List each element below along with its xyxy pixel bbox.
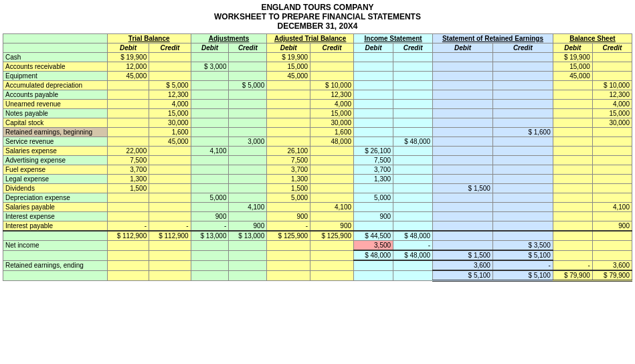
table-cell: 26,100 <box>267 147 310 156</box>
table-cell: Service revenue <box>3 137 108 147</box>
net-income-cell <box>149 241 191 251</box>
table-cell <box>433 90 493 100</box>
table-cell: 900 <box>592 221 632 232</box>
table-cell: 12,300 <box>149 90 191 100</box>
empty-dc <box>3 43 108 53</box>
table-cell <box>354 90 393 100</box>
table-cell <box>592 128 632 137</box>
table-cell <box>492 221 553 232</box>
table-cell <box>553 90 592 100</box>
net-income-cell: 3,500 <box>354 241 393 251</box>
table-cell: 3,700 <box>267 165 310 175</box>
title-line3: DECEMBER 31, 20X4 <box>3 21 632 31</box>
subtotal-cell <box>229 250 267 260</box>
main-table: Trial Balance Adjustments Adjusted Trial… <box>3 33 632 282</box>
table-cell <box>229 72 267 81</box>
table-cell: 900 <box>267 212 310 221</box>
atb-credit: Credit <box>310 43 354 53</box>
table-cell <box>553 147 592 156</box>
table-cell <box>310 165 354 175</box>
subtotal-cell: $ 48,000 <box>393 250 433 260</box>
table-cell <box>310 62 354 72</box>
table-cell <box>393 118 433 128</box>
table-cell: 1,300 <box>107 175 149 184</box>
table-cell: Interest payable <box>3 221 108 232</box>
table-cell <box>107 193 149 203</box>
final-totals-cell <box>393 270 433 281</box>
table-cell <box>267 90 310 100</box>
table-cell <box>553 100 592 109</box>
net-income-row: Net income3,500-$ 3,500 <box>3 241 632 251</box>
table-row: Service revenue45,0003,00048,000$ 48,000 <box>3 137 632 147</box>
final-totals-cell <box>229 270 267 281</box>
table-cell <box>191 53 229 62</box>
final-totals-cell <box>191 270 229 281</box>
table-cell: 12,300 <box>592 90 632 100</box>
net-income-cell <box>229 241 267 251</box>
table-cell: Retained earnings, beginning <box>3 128 108 137</box>
table-cell <box>354 137 393 147</box>
table-cell: 45,000 <box>553 72 592 81</box>
totals-cell <box>3 231 108 241</box>
table-cell <box>492 165 553 175</box>
table-cell: Notes payable <box>3 109 108 118</box>
table-cell: 1,600 <box>310 128 354 137</box>
table-cell: 1,600 <box>149 128 191 137</box>
final-totals-cell <box>267 270 310 281</box>
table-cell: $ 5,000 <box>229 81 267 90</box>
table-cell <box>229 100 267 109</box>
table-cell <box>229 156 267 165</box>
table-cell: 15,000 <box>592 109 632 118</box>
table-cell <box>229 53 267 62</box>
table-cell <box>393 156 433 165</box>
net-income-cell: Net income <box>3 241 108 251</box>
table-cell <box>492 175 553 184</box>
re-credit: Credit <box>492 43 553 53</box>
table-row: Depreciation expense5,0005,0005,000 <box>3 193 632 203</box>
totals-cell <box>592 231 632 241</box>
trial-balance-header: Trial Balance <box>107 34 191 43</box>
table-cell <box>191 109 229 118</box>
table-cell: Interest expense <box>3 212 108 221</box>
table-row: Legal expense1,3001,3001,300 <box>3 175 632 184</box>
bs-debit: Debit <box>553 43 592 53</box>
table-cell: 1,500 <box>107 184 149 193</box>
section-header-row: Trial Balance Adjustments Adjusted Trial… <box>3 34 632 43</box>
table-cell: 30,000 <box>310 118 354 128</box>
table-cell: 15,000 <box>267 62 310 72</box>
table-cell: 4,000 <box>310 100 354 109</box>
table-cell <box>433 203 493 212</box>
table-cell: 1,500 <box>267 184 310 193</box>
table-cell <box>492 109 553 118</box>
table-cell <box>433 118 493 128</box>
table-cell <box>310 156 354 165</box>
table-cell <box>229 128 267 137</box>
table-cell <box>229 62 267 72</box>
subtotal-cell <box>553 250 592 260</box>
table-cell: Legal expense <box>3 175 108 184</box>
table-cell: 900 <box>354 212 393 221</box>
table-cell <box>393 109 433 118</box>
totals-cell: $ 125,900 <box>310 231 354 241</box>
re-ending-cell <box>267 260 310 270</box>
table-cell <box>592 212 632 221</box>
table-cell: - <box>191 221 229 232</box>
table-cell <box>393 147 433 156</box>
table-cell <box>492 90 553 100</box>
table-row: Interest payable---900-900900 <box>3 221 632 232</box>
table-cell: 4,000 <box>592 100 632 109</box>
table-cell: - <box>149 221 191 232</box>
table-cell <box>553 165 592 175</box>
table-cell <box>107 100 149 109</box>
table-cell: 4,100 <box>191 147 229 156</box>
title-line2: WORKSHEET TO PREPARE FINANCIAL STATEMENT… <box>3 12 632 21</box>
table-cell <box>354 221 393 232</box>
table-cell: $ 19,900 <box>553 53 592 62</box>
balance-sheet-header: Balance Sheet <box>553 34 632 43</box>
table-cell <box>229 109 267 118</box>
re-ending-cell: 3,600 <box>433 260 493 270</box>
table-cell <box>492 53 553 62</box>
table-cell: $ 48,000 <box>393 137 433 147</box>
table-cell <box>433 72 493 81</box>
table-cell <box>107 118 149 128</box>
